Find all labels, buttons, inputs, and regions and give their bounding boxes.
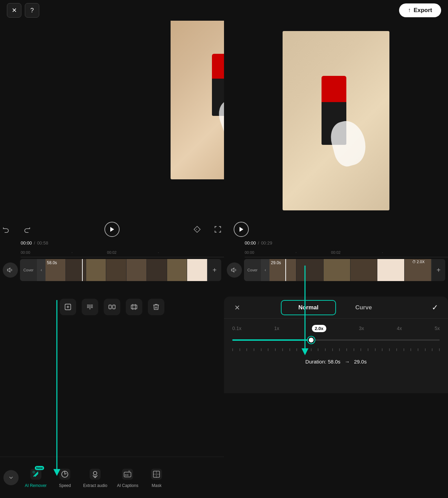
ruler-right: 00:00 · 00:02 · [224, 248, 448, 257]
crop-button[interactable] [126, 299, 142, 315]
edit-toolbar [60, 299, 164, 315]
nav-item-speed[interactable]: Speed [53, 465, 77, 491]
track-duration-left: 58.0s [47, 260, 57, 265]
speed-panel-header: ✕ Normal Curve ✓ [224, 297, 448, 319]
speed-confirm-button[interactable]: ✓ [429, 301, 441, 314]
track-frames-left [45, 259, 207, 281]
export-button[interactable]: ↑ Export [399, 3, 441, 17]
svg-text:CC: CC [125, 474, 129, 477]
cover-label-left: Cover [20, 259, 37, 281]
controls-right [224, 221, 258, 238]
speed-track [232, 339, 440, 341]
new-badge: New [35, 466, 44, 470]
svg-point-27 [32, 471, 35, 474]
play-button-left[interactable] [104, 222, 120, 237]
video-thumbnail-right [283, 31, 389, 210]
delete-button[interactable] [148, 299, 164, 315]
export-icon: ↑ [408, 7, 411, 14]
ai-captions-icon: CC AI [121, 467, 134, 481]
total-time-left: 00:58 [37, 240, 48, 246]
edit-toolbar-area [0, 283, 224, 331]
duration-from: 58.0s [328, 359, 340, 365]
time-display-left: 00:00 / 00:58 [0, 238, 224, 248]
svg-rect-21 [109, 305, 111, 309]
speed-ticks [232, 348, 440, 351]
track-duration-right: 29.0s [271, 260, 281, 265]
nav-item-extract-audio[interactable]: Extract audio [80, 465, 111, 491]
time-display-right: 00:00 / 00:29 [224, 238, 448, 248]
export-label: Export [414, 7, 432, 14]
ai-remover-icon: New [29, 467, 43, 481]
track-add-right[interactable]: + [431, 259, 445, 281]
svg-rect-23 [131, 305, 137, 309]
playhead-right [285, 259, 286, 281]
tab-curve[interactable]: Curve [336, 300, 391, 315]
bottom-nav: New AI Remover Speed [0, 457, 224, 498]
svg-marker-9 [8, 268, 10, 272]
volume-button-right[interactable] [227, 262, 242, 278]
speed-bubble: 2.0x [312, 325, 326, 332]
track-container-left[interactable]: Cover ‹ 58.0s + [20, 259, 221, 281]
track-arrow-right[interactable]: ‹ [261, 259, 269, 281]
track-container-right[interactable]: Cover ‹ 29.0s ⏱ 2.0X + [244, 259, 445, 281]
speed-panel: ✕ Normal Curve ✓ 0.1x 1x 2.0x 3x 4x 5x [224, 297, 448, 393]
undo-button[interactable] [0, 223, 12, 236]
cover-label-right: Cover [244, 259, 261, 281]
svg-text:AI: AI [128, 470, 130, 472]
speed-thumb[interactable] [308, 337, 315, 343]
track-area-left: Cover ‹ 58.0s + [0, 257, 224, 283]
svg-marker-4 [110, 227, 114, 232]
track-add-left[interactable]: + [207, 259, 221, 281]
track-arrow-left[interactable]: ‹ [37, 259, 45, 281]
fullscreen-button[interactable] [212, 223, 224, 236]
redo-button[interactable] [21, 223, 33, 236]
add-clip-button[interactable] [60, 299, 76, 315]
duration-to: 29.0s [354, 359, 367, 365]
mask-label: Mask [152, 483, 162, 488]
nav-toggle-button[interactable] [3, 470, 19, 485]
speed-icon [58, 467, 72, 481]
svg-rect-22 [113, 305, 115, 309]
nav-item-ai-remover[interactable]: New AI Remover [21, 465, 50, 491]
svg-marker-10 [232, 268, 234, 272]
extract-audio-label: Extract audio [83, 483, 107, 488]
trim-button[interactable] [104, 299, 120, 315]
duration-text: Duration: 58.0s → 29.0s [224, 359, 448, 365]
nav-item-ai-captions[interactable]: CC AI AI Captions [113, 465, 142, 491]
speed-close-button[interactable]: ✕ [231, 301, 243, 314]
speed-current-label: 2.0x [312, 326, 326, 331]
svg-marker-8 [240, 227, 243, 232]
mask-icon [150, 467, 163, 481]
play-button-right[interactable] [234, 222, 249, 237]
split-button[interactable] [82, 299, 98, 315]
track-frames-right [269, 259, 431, 281]
controls-left: + [0, 221, 224, 238]
speed-badge-track: ⏱ 2.0X [412, 260, 425, 264]
speed-label: Speed [59, 483, 71, 488]
nav-items: New AI Remover Speed [21, 465, 221, 491]
ruler-left: 00:00 · 00:02 · [0, 248, 224, 257]
top-bar: ✕ ? ↑ Export [0, 0, 448, 21]
timeline-left: 00:00 / 00:58 00:00 · 00:02 · Cover ‹ [0, 238, 224, 283]
diamond-button[interactable]: + [191, 223, 203, 236]
speed-track-fill [232, 339, 311, 341]
help-button[interactable]: ? [25, 3, 39, 18]
speed-track-wrap[interactable] [232, 334, 440, 346]
tab-normal[interactable]: Normal [281, 300, 336, 315]
track-area-right: Cover ‹ 29.0s ⏱ 2.0X + [224, 257, 448, 283]
video-frame-right [283, 31, 389, 210]
ai-remover-label: AI Remover [25, 483, 47, 488]
speed-labels: 0.1x 1x 2.0x 3x 4x 5x [232, 326, 440, 331]
svg-text:+: + [196, 228, 197, 231]
nav-item-mask[interactable]: Mask [144, 465, 169, 491]
timeline-right: 00:00 / 00:29 00:00 · 00:02 · Cover ‹ [224, 238, 448, 283]
current-time-left: 00:00 [21, 240, 32, 246]
close-button[interactable]: ✕ [7, 3, 21, 18]
ai-captions-label: AI Captions [117, 483, 138, 488]
preview-right [224, 21, 448, 221]
speed-tabs: Normal Curve [243, 300, 429, 315]
playhead-left [82, 259, 83, 281]
extract-audio-icon [88, 467, 102, 481]
speed-slider-area: 0.1x 1x 2.0x 3x 4x 5x [224, 319, 448, 355]
volume-button-left[interactable] [3, 262, 18, 278]
